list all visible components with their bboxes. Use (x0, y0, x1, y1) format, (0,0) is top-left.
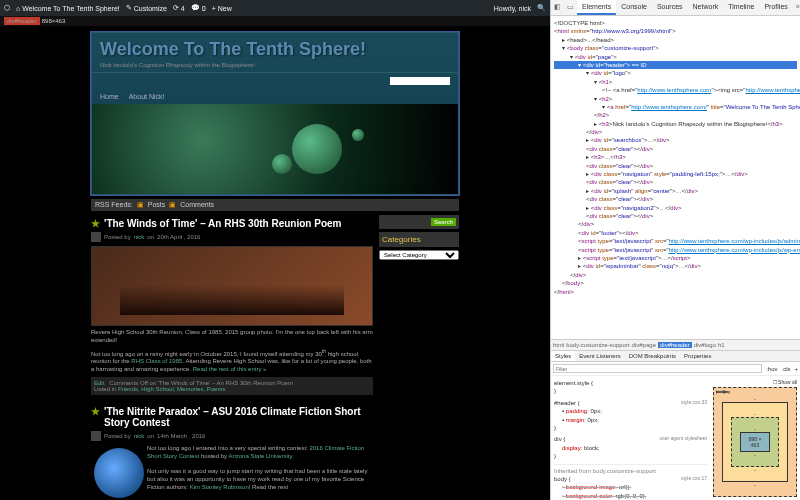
sidebar-search: Search (379, 215, 459, 229)
star-icon: ★ (91, 218, 100, 229)
dom-breadcrumb[interactable]: html body.customize-support div#page div… (551, 339, 800, 350)
add-rule-button[interactable]: + (794, 366, 798, 372)
dom-node[interactable]: <script type="text/javascript" src="http… (554, 246, 797, 254)
tab-profiles[interactable]: Profiles (759, 0, 792, 15)
styles-tabs: Styles Event Listeners DOM Breakpoints P… (551, 351, 800, 362)
dom-node[interactable]: </div> (554, 271, 797, 279)
rss-posts[interactable]: Posts (148, 201, 166, 209)
element-highlight-label: div#header (4, 17, 40, 25)
dom-node[interactable]: <div class="clear"></div> (554, 162, 797, 170)
dom-node[interactable]: <div class="clear"></div> (554, 212, 797, 220)
comments-icon[interactable]: 💬 0 (191, 4, 206, 12)
splash-image (92, 104, 458, 194)
post-title[interactable]: ★'The Nitrite Paradox' – ASU 2016 Climat… (91, 403, 373, 431)
dom-node[interactable]: ▸ <h3>Nick Iandolo's Cognition Rhapsody … (554, 120, 797, 128)
updates-icon[interactable]: ⟳ 4 (173, 4, 185, 12)
site-title[interactable]: Welcome To The Tenth Sphere! (92, 33, 458, 62)
tab-dom-breakpoints[interactable]: DOM Breakpoints (625, 351, 680, 361)
howdy-user[interactable]: Howdy, nick (494, 5, 531, 12)
post-image[interactable] (94, 448, 144, 498)
dom-node[interactable]: ▸ <div class="navigation" style="padding… (554, 170, 797, 178)
avatar (91, 431, 101, 441)
dom-node[interactable]: </div> (554, 220, 797, 228)
search-icon[interactable]: 🔍 (537, 4, 546, 12)
dom-node[interactable]: ▸ <div id="splash" align="center">…</div… (554, 187, 797, 195)
inline-link[interactable]: RHS Class of 1985 (131, 358, 182, 364)
dom-node[interactable]: ▾ <h2> (554, 95, 797, 103)
tab-elements[interactable]: Elements (577, 0, 616, 15)
tab-styles[interactable]: Styles (551, 351, 575, 361)
device-icon[interactable]: ▭ (564, 0, 577, 15)
nav-about[interactable]: About Nick! (129, 93, 165, 100)
dom-node[interactable]: ▸ <div id="searchbox">…</div> (554, 136, 797, 144)
tab-timeline[interactable]: Timeline (723, 0, 759, 15)
box-model: ☐ Show all margin- border- padding- 898 … (710, 376, 800, 500)
dom-node[interactable]: ▸ <div class="navigation2">…</div> (554, 204, 797, 212)
cls-toggle[interactable]: .cls (781, 366, 790, 372)
dom-node[interactable]: <div class="clear"></div> (554, 145, 797, 153)
wp-logo-icon[interactable]: ⬡ (4, 4, 10, 12)
post-title[interactable]: ★'The Winds of Time' – An RHS 30th Reuni… (91, 215, 373, 232)
dom-node[interactable]: <div id="footer"></div> (554, 229, 797, 237)
tab-sources[interactable]: Sources (652, 0, 688, 15)
inline-link[interactable]: Arizona State University (228, 453, 292, 459)
search-input[interactable] (390, 77, 450, 85)
tab-properties[interactable]: Properties (680, 351, 715, 361)
search-button[interactable]: Search (431, 218, 456, 226)
dom-node[interactable]: ▸ <div id="wpadminbar" class="nojq">…</d… (554, 262, 797, 270)
browser-pane: ⬡ ⌂ Welcome To The Tenth Sphere! ✎ Custo… (0, 0, 550, 500)
dom-node[interactable]: ▾ <a href="http://www.tenthsphere.com/" … (554, 103, 797, 111)
main-nav: Home About Nick! (92, 89, 458, 104)
tab-listeners[interactable]: Event Listeners (575, 351, 624, 361)
crumb[interactable]: div#logo (694, 342, 716, 348)
tag-link[interactable]: Friends, High School, Memories, Poems (118, 386, 225, 392)
read-more-link[interactable]: Read the rest of this entry » (193, 366, 267, 372)
category-select[interactable]: Select Category (379, 250, 459, 260)
inline-link[interactable]: Kim Stanley Robinson (190, 484, 249, 490)
rss-comments[interactable]: Comments (180, 201, 214, 209)
dom-node[interactable]: ▸ <h3>…</h3> (554, 153, 797, 161)
styles-filter-input[interactable] (553, 364, 762, 373)
dom-node[interactable]: </div> (554, 128, 797, 136)
more-icon[interactable]: » (793, 0, 800, 15)
dom-node-selected[interactable]: ▾ <div id="header"> == ID (554, 61, 797, 69)
sidebar-column: Search Categories Select Category (379, 215, 459, 500)
posts-column: ★'The Winds of Time' – An RHS 30th Reuni… (91, 215, 373, 500)
dom-node[interactable]: <html xmlns="http://www.w3.org/1999/xhtm… (554, 27, 797, 35)
dom-node[interactable]: </body> (554, 279, 797, 287)
nav-home[interactable]: Home (100, 93, 119, 100)
crumb-selected[interactable]: div#header (658, 342, 692, 348)
post-image[interactable] (91, 246, 373, 326)
crumb[interactable]: div#page (632, 342, 656, 348)
tab-console[interactable]: Console (616, 0, 652, 15)
post-meta: Posted by nick on 14th March , 2016 (91, 431, 373, 441)
inspect-icon[interactable]: ◧ (551, 0, 564, 15)
crumb[interactable]: body.customize-support (566, 342, 629, 348)
dom-node[interactable]: <!-- <a href="http://www.tenthsphere.com… (554, 86, 797, 94)
dom-node[interactable]: <!DOCTYPE html> (554, 19, 797, 27)
site-name-link[interactable]: ⌂ Welcome To The Tenth Sphere! (16, 5, 120, 12)
dom-node[interactable]: <div class="clear"></div> (554, 178, 797, 186)
crumb[interactable]: html (553, 342, 564, 348)
tab-network[interactable]: Network (688, 0, 724, 15)
dom-node[interactable]: <div class="clear"></div> (554, 195, 797, 203)
dom-node[interactable]: ▸ <head>...</head> (554, 36, 797, 44)
show-all-checkbox[interactable]: ☐ Show all (773, 379, 797, 385)
site-tagline: Nick Iandolo's Cognition Rhapsody within… (92, 62, 458, 73)
element-dimensions: 898×463 (42, 18, 66, 24)
rss-bar: RSS Feeds: ▣Posts ▣Comments (91, 199, 459, 211)
customize-link[interactable]: ✎ Customize (126, 4, 167, 12)
hov-toggle[interactable]: :hov (766, 366, 777, 372)
dom-node[interactable]: <script type="text/javascript" src="http… (554, 237, 797, 245)
dom-node[interactable]: ▾ <h1> (554, 78, 797, 86)
new-link[interactable]: + New (212, 5, 232, 12)
dom-node[interactable]: ▾ <div id="logo"> (554, 69, 797, 77)
dom-node[interactable]: </h2> (554, 111, 797, 119)
dom-tree[interactable]: <!DOCTYPE html> <html xmlns="http://www.… (551, 16, 800, 339)
dom-node[interactable]: ▾ <div id="page"> (554, 53, 797, 61)
crumb[interactable]: h1 (718, 342, 725, 348)
dom-node[interactable]: </html> (554, 288, 797, 296)
dom-node[interactable]: ▾ <body class="customize-support"> (554, 44, 797, 52)
css-rules[interactable]: element.style {} style.css:33#header { ▪… (551, 376, 710, 500)
dom-node[interactable]: ▸ <script type="text/javascript">…</scri… (554, 254, 797, 262)
